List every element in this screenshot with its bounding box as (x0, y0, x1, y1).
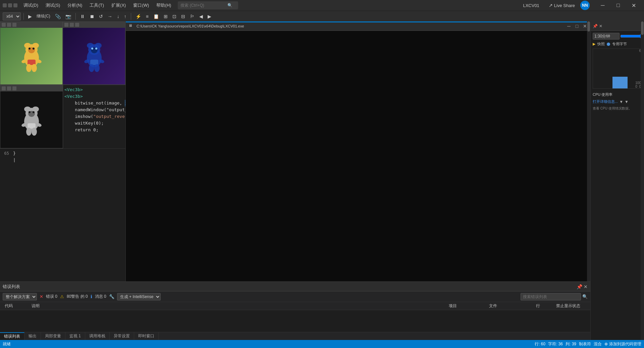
cpu-link[interactable]: 打开详细信息... (593, 99, 618, 104)
line-number-65: 65 (1, 150, 13, 157)
forward-button[interactable]: ▶ (206, 12, 213, 20)
status-ready: 就绪 (3, 341, 11, 347)
win-maximize[interactable] (8, 3, 12, 7)
step-out-button[interactable]: ↑ (122, 12, 128, 20)
menu-help[interactable]: 帮助(H) (153, 1, 174, 10)
img-win-1-close[interactable] (12, 23, 16, 27)
console-restore-button[interactable]: □ (574, 23, 580, 29)
error-panel-pin-icon[interactable]: 📌 (577, 284, 582, 289)
error-panel-close-icon[interactable]: ✕ (584, 284, 588, 289)
error-search-icon[interactable]: 🔍 (582, 294, 588, 299)
live-share-button[interactable]: ↗ Live Share (546, 1, 578, 9)
menu-test[interactable]: 测试(S) (42, 1, 63, 10)
filter-icon-2[interactable]: ▼ (625, 99, 629, 104)
svg-point-35 (32, 128, 37, 136)
img-win-1-max[interactable] (7, 23, 11, 27)
exception-button[interactable]: ⚡ (134, 12, 143, 20)
continue-dropdown[interactable]: 继续(C) (35, 12, 52, 20)
col-header-code[interactable]: 代码 (3, 303, 30, 309)
console-titlebar: 🖥 C:\Users\CK Yang\source\repos\LXCV01\x… (126, 21, 590, 31)
col-header-line[interactable]: 行 (534, 303, 554, 309)
registers-button[interactable]: ⊡ (171, 12, 178, 20)
restart-button[interactable]: ↺ (97, 12, 105, 20)
col-header-project[interactable]: 项目 (447, 303, 487, 309)
step-over-button[interactable]: → (106, 12, 114, 20)
svg-point-27 (32, 107, 39, 112)
memory-button[interactable]: 📋 (152, 12, 161, 20)
code-tab-text: | (13, 157, 16, 163)
message-count-label: 消息 0 (95, 294, 106, 299)
back-button[interactable]: ◀ (198, 12, 205, 20)
tab-immediate[interactable]: 即时窗口 (134, 332, 159, 340)
pin-icon[interactable]: 📌 (593, 24, 598, 28)
menu-debug[interactable]: 调试(D) (20, 1, 42, 10)
col-header-suppress[interactable]: 禁止显示状态 (554, 303, 588, 309)
img-win-2-close[interactable] (75, 23, 79, 27)
toolbar-separator-3 (131, 13, 131, 20)
bookmark-button[interactable]: 🏳 (188, 12, 196, 20)
code-line-waitkey: waitKey(0); (63, 120, 125, 127)
img-win-2-min[interactable] (64, 23, 68, 27)
search-input[interactable] (180, 3, 227, 8)
menu-window[interactable]: 窗口(W) (130, 1, 152, 10)
minimize-button[interactable]: ─ (595, 0, 610, 11)
window-controls-right: ─ □ ✕ (595, 0, 641, 11)
threads-button[interactable]: ≡ (144, 12, 150, 20)
img-win-3-close[interactable] (12, 86, 16, 90)
tab-locals[interactable]: 局部变量 (41, 332, 65, 340)
scope-select[interactable]: 整个解决方案 (3, 293, 37, 300)
snapshot-icon: ▶ (593, 42, 595, 46)
camera-button[interactable]: 📷 (64, 12, 73, 20)
search-icon: 🔍 (227, 3, 232, 8)
tab-exception[interactable]: 异常设置 (110, 332, 134, 340)
continue-button[interactable]: ▶ (26, 12, 34, 20)
tab-error-list[interactable]: 错误列表 (0, 332, 24, 340)
svg-point-3 (32, 43, 39, 48)
col-header-description[interactable]: 说明 (30, 303, 447, 309)
console-vscroll-thumb[interactable] (587, 21, 590, 31)
img-win-1-min[interactable] (2, 23, 6, 27)
stop-button[interactable]: ⏹ (88, 12, 96, 20)
right-panel-vscroll[interactable] (641, 21, 644, 348)
col-header-file[interactable]: 文件 (487, 303, 534, 309)
build-select[interactable]: 生成 + IntelliSense (117, 293, 161, 300)
chart-container: 6 0 100 0 (593, 49, 642, 89)
tab-watch1[interactable]: 监视 1 (65, 332, 85, 340)
platform-select[interactable]: x64 (3, 12, 21, 20)
console-minimize-button[interactable]: ─ (566, 23, 572, 29)
user-avatar[interactable]: NN (580, 1, 590, 10)
win-close[interactable] (13, 3, 17, 7)
disassembly-button[interactable]: ⊞ (162, 12, 169, 20)
filter-icon-1[interactable]: ▼ (619, 99, 623, 104)
pause-button[interactable]: ⏸ (78, 12, 87, 20)
img-win-2-max[interactable] (70, 23, 74, 27)
close-icon[interactable]: ✕ (599, 24, 602, 28)
rp-icons: 📌 ✕ (593, 24, 602, 28)
img-win-3-max[interactable] (7, 86, 11, 90)
img-win-3-min[interactable] (2, 86, 6, 90)
error-search-input[interactable] (521, 293, 581, 300)
status-bar: 就绪 行: 60 字符: 36 列: 39 制表符 混合 ⊕ 添加到源代码管理 (0, 340, 644, 348)
close-button[interactable]: ✕ (626, 0, 641, 11)
win-minimize[interactable] (3, 3, 7, 7)
menu-extensions[interactable]: 扩展(X) (108, 1, 129, 10)
step-into-button[interactable]: ↓ (115, 12, 121, 20)
status-git[interactable]: ⊕ 添加到源代码管理 (604, 341, 641, 347)
menu-analyze[interactable]: 分析(N) (64, 1, 86, 10)
cpu-label: CPU 使用率 (593, 92, 642, 97)
chart-bottom-labels: 100 0 (635, 81, 641, 88)
attach-button[interactable]: 📎 (53, 12, 62, 20)
window-controls-left (3, 3, 17, 7)
error-count-badge[interactable]: 错误 0 (46, 294, 57, 299)
bottom-tabs: 错误列表 输出 局部变量 监视 1 调用堆栈 异常设置 即时窗口 (0, 332, 590, 340)
message-count-badge[interactable]: 消息 0 (95, 294, 106, 299)
timer-field[interactable]: 1:30分钟 (593, 33, 620, 40)
right-panel-vscroll-thumb[interactable] (641, 21, 644, 35)
watch-button[interactable]: ⊟ (179, 12, 187, 20)
menu-tools[interactable]: 工具(T) (86, 1, 107, 10)
error-table-header: 代码 说明 项目 文件 行 禁止显示状态 (0, 302, 590, 310)
tab-output[interactable]: 输出 (24, 332, 41, 340)
restore-button[interactable]: □ (610, 0, 626, 11)
tab-callstack[interactable]: 调用堆栈 (85, 332, 110, 340)
warning-count-badge[interactable]: 80警告 的 0 (67, 294, 88, 299)
